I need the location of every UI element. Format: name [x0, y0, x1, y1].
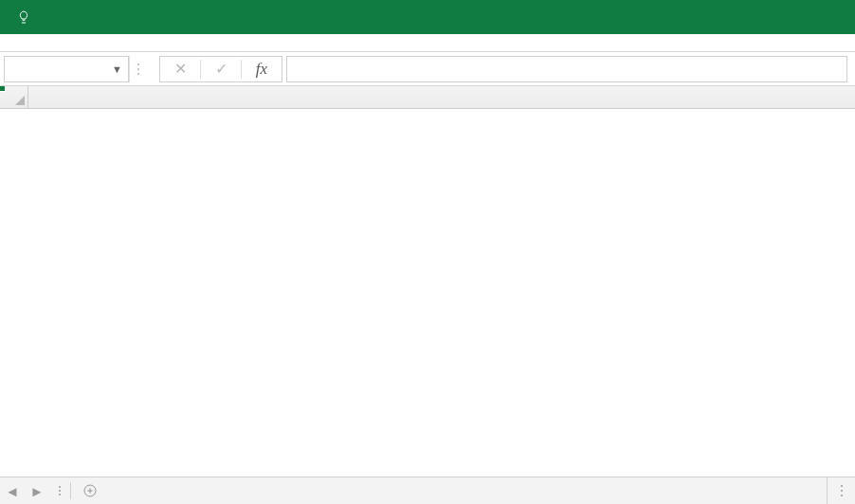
name-box-resize[interactable]	[129, 56, 146, 82]
enter-button[interactable]: ✓	[201, 57, 241, 81]
sheet-tab-bar: ◄ ►	[0, 477, 855, 504]
tell-me-bulb[interactable]	[4, 0, 44, 34]
formula-input[interactable]	[286, 56, 847, 82]
insert-function-button[interactable]: fx	[242, 57, 282, 81]
add-sheet-button[interactable]	[71, 477, 109, 504]
grid[interactable]	[0, 86, 855, 477]
tell-me[interactable]	[44, 0, 63, 34]
cancel-button[interactable]: ✕	[160, 57, 200, 81]
sheet-nav-next[interactable]: ►	[25, 477, 49, 504]
chevron-down-icon: ▼	[112, 63, 122, 75]
cells[interactable]	[28, 109, 855, 477]
select-all-button[interactable]	[0, 86, 28, 109]
column-headers[interactable]	[28, 86, 855, 109]
formula-bar: ▼ ✕ ✓ fx	[0, 52, 855, 86]
toolbar-strip	[0, 34, 855, 52]
sheet-bar-resize[interactable]	[827, 477, 855, 504]
name-box[interactable]: ▼	[4, 56, 129, 82]
ribbon	[0, 0, 855, 34]
formula-buttons: ✕ ✓ fx	[159, 56, 282, 82]
sheet-nav-prev[interactable]: ◄	[0, 477, 25, 504]
sheet-nav-resize[interactable]	[49, 477, 70, 504]
lightbulb-icon	[13, 9, 34, 25]
